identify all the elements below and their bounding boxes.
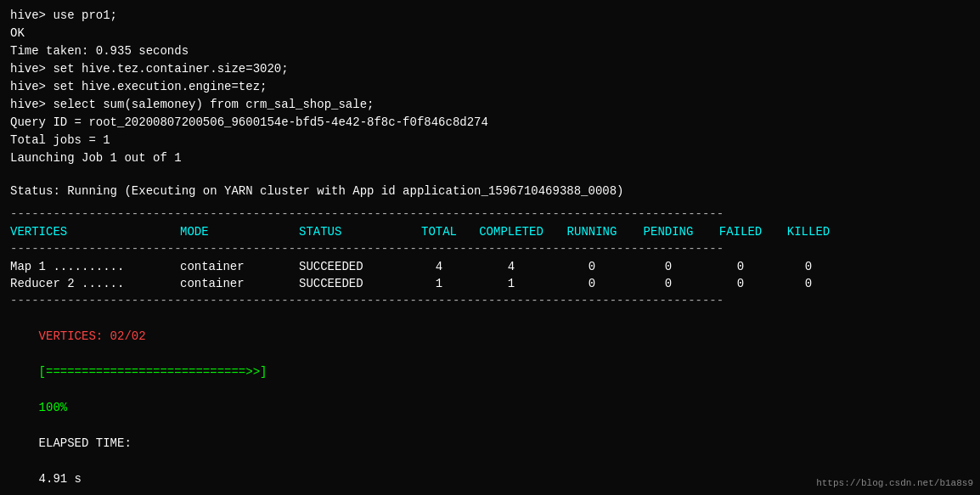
progress-line: VERTICES: 02/02 [=======================…	[10, 310, 970, 495]
terminal: hive> use pro1; OK Time taken: 0.935 sec…	[10, 7, 970, 495]
progress-percent: 100%	[39, 401, 68, 414]
ok-line1: OK	[10, 25, 970, 42]
table-row: Map 1 .......... container SUCCEEDED 4 4…	[10, 258, 970, 275]
cmd-set-container: hive> set hive.tez.container.size=3020;	[10, 60, 970, 78]
total-jobs: Total jobs = 1	[10, 132, 970, 149]
row2-vertices: Reducer 2 ......	[10, 277, 180, 290]
header-running: RUNNING	[554, 225, 630, 239]
elapsed-label: ELAPSED TIME:	[39, 436, 132, 450]
row2-failed: 0	[707, 277, 774, 290]
row2-mode: container	[180, 277, 299, 290]
row2-pending: 0	[630, 277, 707, 290]
cmd-select: hive> select sum(salemoney) from crm_sal…	[10, 96, 970, 114]
header-killed: KILLED	[774, 225, 842, 239]
row1-running: 0	[554, 260, 630, 273]
divider-top: ----------------------------------------…	[10, 205, 970, 223]
row1-status: SUCCEEDED	[299, 260, 409, 273]
cmd-set-engine: hive> set hive.execution.engine=tez;	[10, 78, 970, 96]
row1-completed: 4	[469, 260, 554, 273]
cmd-use-pro1: hive> use pro1;	[10, 7, 970, 25]
header-failed: FAILED	[707, 225, 774, 239]
row2-total: 1	[409, 277, 469, 290]
divider-mid1: ----------------------------------------…	[10, 240, 970, 258]
time-taken-1: Time taken: 0.935 seconds	[10, 42, 970, 60]
query-id: Query ID = root_20200807200506_9600154e-…	[10, 114, 970, 132]
header-total: TOTAL	[409, 225, 469, 239]
row1-mode: container	[180, 260, 299, 273]
row2-status: SUCCEEDED	[299, 277, 409, 290]
launching-job: Launching Job 1 out of 1	[10, 149, 970, 167]
header-mode: MODE	[180, 225, 299, 239]
watermark: https://blog.csdn.net/b1a8s9	[816, 478, 973, 488]
header-status: STATUS	[299, 225, 409, 239]
row1-failed: 0	[707, 260, 774, 273]
table-row: Reducer 2 ...... container SUCCEEDED 1 1…	[10, 275, 970, 292]
divider-mid2: ----------------------------------------…	[10, 292, 970, 310]
table-header-row: VERTICES MODE STATUS TOTAL COMPLETED RUN…	[10, 223, 970, 240]
header-completed: COMPLETED	[469, 225, 554, 239]
row2-killed: 0	[774, 277, 842, 290]
row2-running: 0	[554, 277, 630, 290]
progress-bar: [============================>>]	[39, 365, 268, 379]
header-pending: PENDING	[630, 225, 707, 239]
row1-vertices: Map 1 ..........	[10, 260, 180, 273]
row2-completed: 1	[469, 277, 554, 290]
status-line: Status: Running (Executing on YARN clust…	[10, 183, 970, 200]
elapsed-value: 4.91 s	[39, 472, 82, 486]
vertices-progress: VERTICES: 02/02	[39, 329, 146, 343]
header-vertices: VERTICES	[10, 225, 180, 239]
row1-total: 4	[409, 260, 469, 273]
row1-pending: 0	[630, 260, 707, 273]
row1-killed: 0	[774, 260, 842, 273]
